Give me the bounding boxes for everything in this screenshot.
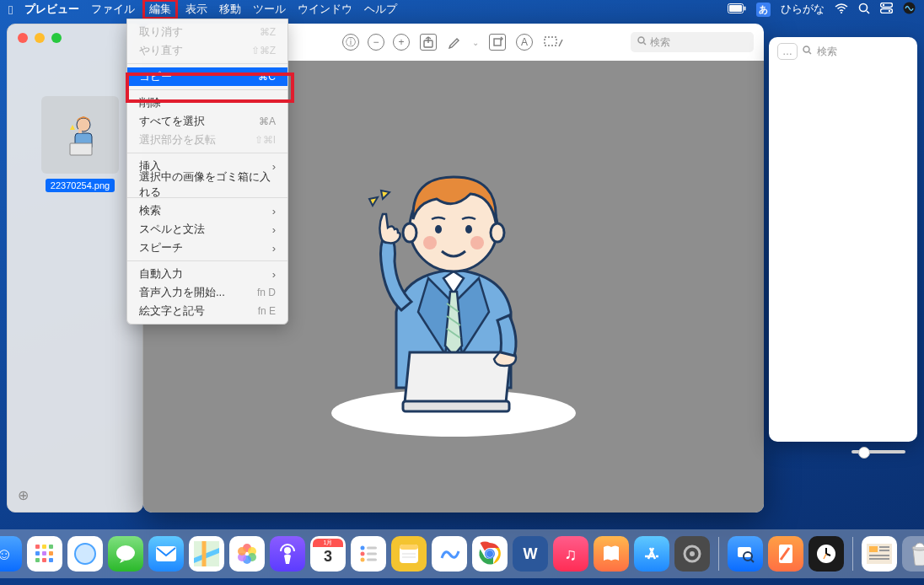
highlight-dropdown-icon[interactable]: ⌄ xyxy=(472,38,479,47)
menu-file[interactable]: ファイル xyxy=(91,2,135,17)
spotlight-icon[interactable] xyxy=(858,3,870,17)
app-name[interactable]: プレビュー xyxy=(24,2,79,17)
dock-clock-icon[interactable] xyxy=(808,536,844,572)
dock-trash-icon[interactable] xyxy=(902,536,924,572)
control-center-icon[interactable] xyxy=(880,3,893,16)
menu-item-start-dictation[interactable]: 音声入力を開始...fn D xyxy=(127,283,287,302)
dock-pages-icon[interactable] xyxy=(768,536,803,572)
menu-item-emoji[interactable]: 絵文字と記号fn E xyxy=(127,302,287,320)
svg-point-53 xyxy=(284,547,291,554)
toolbar-search-placeholder: 検索 xyxy=(650,35,670,50)
dock-maps-icon[interactable] xyxy=(189,536,224,572)
thumbnail-item[interactable]: 22370254.png xyxy=(41,96,119,192)
svg-rect-38 xyxy=(42,551,46,555)
share-icon[interactable] xyxy=(420,34,437,51)
zoom-in-icon[interactable]: + xyxy=(393,34,410,51)
zoom-slider[interactable] xyxy=(851,450,905,454)
right-search-placeholder[interactable]: 検索 xyxy=(817,45,837,59)
dock-finder-icon[interactable]: ☺ xyxy=(0,536,22,572)
search-icon xyxy=(803,46,812,57)
dock-calendar-icon[interactable]: 1月3 xyxy=(310,536,346,572)
info-icon[interactable]: ⓘ xyxy=(342,34,359,51)
close-button[interactable] xyxy=(18,33,28,43)
svg-point-18 xyxy=(638,37,644,43)
dock-messages-icon[interactable] xyxy=(108,536,143,572)
svg-rect-31 xyxy=(403,401,509,411)
search-icon xyxy=(637,36,647,48)
dock-separator xyxy=(852,537,853,571)
apple-menu-icon[interactable]:  xyxy=(8,3,13,17)
toolbar-search-field[interactable]: 検索 xyxy=(631,32,754,52)
dock-notes-icon[interactable] xyxy=(391,536,427,572)
menu-item-spelling[interactable]: スペルと文法› xyxy=(127,220,287,239)
dock-podcasts-icon[interactable] xyxy=(270,536,305,572)
back-button[interactable]: … xyxy=(777,43,798,60)
svg-rect-34 xyxy=(35,545,40,549)
dock-launchpad-icon[interactable] xyxy=(27,536,62,572)
svg-point-26 xyxy=(491,223,504,242)
svg-point-30 xyxy=(465,225,472,233)
dock-separator xyxy=(718,537,719,571)
menu-item-undo: 取り消す⌘Z xyxy=(127,23,287,41)
dock-word-icon[interactable]: W xyxy=(513,536,548,572)
zoom-button[interactable] xyxy=(51,33,62,43)
svg-rect-41 xyxy=(42,558,46,562)
dock-settings-icon[interactable] xyxy=(674,536,710,572)
menu-view[interactable]: 表示 xyxy=(185,2,207,17)
thumbnail-image xyxy=(41,96,119,174)
menu-item-autofill[interactable]: 自動入力› xyxy=(127,265,287,283)
menu-item-speech[interactable]: スピーチ› xyxy=(127,239,287,257)
dock-reminders-icon[interactable] xyxy=(351,536,386,572)
menu-item-delete[interactable]: 削除 xyxy=(127,94,287,112)
battery-icon[interactable] xyxy=(728,3,746,16)
menu-edit[interactable]: 編集 xyxy=(142,0,178,19)
dock: ☺ 1月3 W ♫ xyxy=(0,529,924,578)
siri-icon[interactable] xyxy=(903,2,916,17)
add-page-button[interactable]: ⊕ xyxy=(18,487,29,503)
minimize-button[interactable] xyxy=(35,33,45,43)
svg-point-9 xyxy=(889,10,890,12)
svg-line-5 xyxy=(867,11,869,13)
svg-point-44 xyxy=(76,545,94,563)
svg-line-72 xyxy=(751,560,754,562)
dock-books-icon[interactable] xyxy=(594,536,629,572)
highlight-icon[interactable] xyxy=(447,35,462,50)
menu-item-invert-selection: 選択部分を反転⇧⌘I xyxy=(127,131,287,149)
wifi-icon[interactable] xyxy=(835,3,848,16)
crop-icon[interactable] xyxy=(543,35,565,50)
menu-tools[interactable]: ツール xyxy=(253,2,286,17)
menu-item-find[interactable]: 検索› xyxy=(127,201,287,220)
svg-rect-36 xyxy=(49,545,53,549)
edit-dropdown-menu: 取り消す⌘Z やり直す⇧⌘Z コピー⌘C 削除 すべてを選択⌘A 選択部分を反転… xyxy=(126,19,288,325)
menu-window[interactable]: ウインドウ xyxy=(298,2,352,17)
svg-rect-82 xyxy=(869,555,889,556)
svg-point-25 xyxy=(403,223,416,242)
menu-item-trash-image[interactable]: 選択中の画像をゴミ箱に入れる xyxy=(127,175,287,194)
input-source-badge[interactable]: あ xyxy=(756,3,771,17)
dock-appstore-icon[interactable] xyxy=(634,536,669,572)
zoom-out-icon[interactable]: − xyxy=(368,34,384,51)
menu-item-select-all[interactable]: すべてを選択⌘A xyxy=(127,112,287,131)
dock-music-icon[interactable]: ♫ xyxy=(553,536,588,572)
dock-safari-icon[interactable] xyxy=(67,536,103,572)
window-traffic-lights[interactable] xyxy=(18,33,62,43)
rotate-icon[interactable] xyxy=(489,34,506,51)
dock-chrome-icon[interactable] xyxy=(472,536,508,572)
dock-recent-doc-icon[interactable] xyxy=(862,536,897,572)
menu-go[interactable]: 移動 xyxy=(219,2,241,17)
dock-photos-icon[interactable] xyxy=(229,536,265,572)
svg-rect-16 xyxy=(494,39,501,46)
input-source-label[interactable]: ひらがな xyxy=(781,2,825,17)
thumbnail-sidebar-window: 22370254.png ⊕ xyxy=(7,24,143,513)
dock-mail-icon[interactable] xyxy=(148,536,184,572)
svg-point-3 xyxy=(841,12,842,13)
svg-line-19 xyxy=(644,43,647,46)
markup-icon[interactable]: A xyxy=(516,34,533,51)
dock-preview-app-icon[interactable] xyxy=(728,536,763,572)
dock-freeform-icon[interactable] xyxy=(432,536,467,572)
menu-item-copy[interactable]: コピー⌘C xyxy=(127,67,287,86)
svg-point-4 xyxy=(860,3,868,11)
menu-help[interactable]: ヘルプ xyxy=(364,2,397,17)
svg-rect-13 xyxy=(70,143,92,155)
svg-rect-55 xyxy=(367,547,377,550)
